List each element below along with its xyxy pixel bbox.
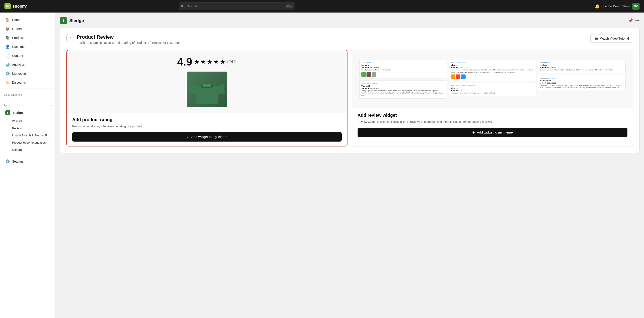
watch-video-label: Watch Video Tutorial: [600, 37, 629, 40]
review-card-vicki: About White Leather Sneakers Vicki G. ★★…: [449, 83, 536, 96]
settings-icon: ⚙️: [5, 159, 10, 164]
review-widget-card: About Puffer Renee P. ★★★★★ 03/21/2023 G…: [352, 50, 633, 146]
sidebar-divider: [0, 88, 55, 89]
star-3: ★: [207, 58, 212, 66]
review-widget-desc: Review widget is used to display a list …: [358, 120, 628, 124]
review-stars-2: ★★★★★ 03/21/2023: [361, 88, 445, 90]
review-about-4: About White Leather Sneakers: [451, 85, 534, 87]
review-card-renee: About Puffer Renee P. ★★★★★ 03/21/2023 G…: [359, 60, 447, 78]
sweater-svg: [189, 74, 225, 105]
review-col-2: About Men's T-shirt Alex D. ★★★★★ 03/21/…: [449, 60, 536, 98]
review-name-6: Samantha S.: [540, 80, 624, 82]
sales-channels-section[interactable]: Sales channels ›: [0, 90, 55, 97]
add-widget-label-2: Add widget to my theme: [477, 130, 513, 134]
review-stars-3: ★★★★★ 03/21/2023: [451, 67, 534, 69]
notifications-button[interactable]: 🔔: [595, 4, 600, 9]
sidebar-divider-2: [0, 99, 55, 99]
content-icon: 📄: [5, 54, 10, 58]
review-card-alex: About Men's T-shirt Alex D. ★★★★★ 03/21/…: [449, 60, 536, 81]
review-product-link-5: Puffer: [545, 62, 550, 64]
review-about-5: About Puffer: [540, 62, 624, 64]
search-bar: 🔍 ⌘ K: [179, 2, 295, 10]
review-text-3: I am so glad I discovered this product l…: [451, 69, 534, 74]
sidebar-item-products[interactable]: 🛍️ Products: [2, 33, 54, 42]
sidebar-item-label: Customers: [12, 45, 27, 48]
marketing-icon: ⚙️: [5, 71, 10, 76]
products-icon: 🛍️: [5, 36, 10, 40]
add-widget-button-1[interactable]: ⊕ Add widget to my theme: [72, 132, 342, 142]
review-name-5: Sally O.: [540, 64, 624, 66]
sidebar-sub-item-instant-search[interactable]: Instant Search & Product F...: [2, 132, 54, 139]
sidebar-sub-item-general[interactable]: General: [2, 146, 54, 153]
review-text-6: Not kidding! I tried multiple weeks. I c…: [540, 84, 624, 89]
sales-channels-label: Sales channels: [4, 93, 22, 96]
sidebar-item-label: Settings: [12, 160, 24, 163]
app-title: Sledge: [69, 18, 84, 23]
back-button[interactable]: ‹: [66, 34, 74, 42]
widget-name: Add product rating: [72, 117, 342, 122]
search-keyboard-shortcut: ⌘ K: [285, 4, 292, 8]
sidebar-item-home[interactable]: 🏠 Home: [2, 16, 54, 24]
product-rating-card: 4.9 ★ ★ ★ ★ ★ (241): [66, 50, 348, 146]
shopify-logo[interactable]: 🛍 shopify: [4, 3, 27, 10]
widget-desc: Product rating displays the average rati…: [72, 124, 342, 128]
review-img-4: [451, 74, 455, 79]
avatar[interactable]: SDS: [632, 3, 640, 10]
sidebar-item-settings[interactable]: ⚙️ Settings: [2, 157, 54, 166]
star-4: ★: [213, 58, 219, 66]
sidebar-item-analytics[interactable]: 📊 Analytics: [2, 60, 54, 69]
sidebar-item-content[interactable]: 📄 Content: [2, 51, 54, 60]
review-card-sally: About Puffer Sally O. ★★★★★ 03/21/2023 L…: [538, 60, 626, 73]
review-img-2: [366, 72, 371, 77]
review-text-4: I loveeee this eye serum. Keeps my eyes …: [451, 92, 534, 94]
review-text-5: Love your serum. It's very light and eff…: [540, 69, 624, 71]
sidebar-item-sledge[interactable]: S Sledge: [2, 108, 54, 118]
pin-button[interactable]: 📌: [628, 18, 633, 23]
app-header-right: 📌 •••: [628, 18, 640, 23]
sidebar-divider-3: [0, 155, 55, 155]
review-count: (241): [227, 60, 236, 64]
apps-section[interactable]: Apps ›: [0, 101, 55, 108]
review-name-2: Yoshie K.: [361, 85, 445, 87]
layout: 🏠 Home 📦 Orders 🛍️ Products 👤 Customers …: [0, 12, 644, 318]
star-5: ★: [220, 58, 226, 66]
review-text: Great product and smells wonderful!: [361, 69, 445, 71]
watch-video-button[interactable]: 🎬 Watch Video Tutorial: [590, 34, 633, 43]
star-2: ★: [200, 58, 206, 66]
analytics-icon: 📊: [5, 62, 10, 67]
video-icon: 🎬: [594, 37, 598, 40]
add-widget-button-2[interactable]: ⊕ Add widget to my theme: [358, 128, 628, 137]
sidebar-sub-item-product-recommendation[interactable]: Product Recommendation: [2, 139, 54, 146]
store-name: Sledge Demo Store: [602, 4, 630, 8]
topbar-right: 🔔 Sledge Demo Store SDS: [595, 3, 640, 10]
review-name-3: Alex D.: [451, 64, 534, 66]
review-stars-6: ★★★★ 03/21/2023: [540, 82, 624, 84]
home-icon: 🏠: [5, 18, 10, 22]
apps-label: Apps: [4, 104, 10, 107]
sidebar-sub-item-wishlist[interactable]: Wishlist: [2, 118, 54, 124]
section-desc: Facilitate seamless access and sharing o…: [77, 41, 182, 44]
add-widget-label-1: Add widget to my theme: [192, 135, 228, 139]
sidebar-item-label: Home: [12, 18, 20, 22]
sidebar-item-customers[interactable]: 👤 Customers: [2, 42, 54, 51]
sidebar-item-label: Marketing: [12, 72, 26, 75]
sidebar-item-discounts[interactable]: 🏷️ Discounts: [2, 78, 54, 87]
review-card-yoshie: About Men's T-shirt Yoshie K. ★★★★★ 03/2…: [359, 80, 447, 98]
review-col-3: About Puffer Sally O. ★★★★★ 03/21/2023 L…: [538, 60, 626, 98]
review-about: About Puffer: [361, 62, 445, 64]
content-card: ‹ Product Review Facilitate seamless acc…: [60, 28, 640, 153]
app-header-left: S Sledge: [60, 17, 84, 24]
review-img-3: [372, 72, 376, 77]
sidebar-item-marketing[interactable]: ⚙️ Marketing: [2, 69, 54, 78]
more-options-button[interactable]: •••: [635, 18, 640, 23]
product-rating-preview: 4.9 ★ ★ ★ ★ ★ (241): [67, 50, 347, 113]
sidebar-item-label: Discounts: [12, 81, 26, 84]
sidebar-sub-item-review[interactable]: Review: [2, 125, 54, 132]
orders-icon: 📦: [5, 26, 10, 31]
sidebar-item-orders[interactable]: 📦 Orders: [2, 24, 54, 33]
review-text-2: Today, I got my second earthSea soap. It…: [361, 90, 445, 96]
review-name-4: Vicki G.: [451, 87, 534, 90]
search-input[interactable]: [179, 2, 295, 10]
customers-icon: 👤: [5, 44, 10, 49]
sidebar: 🏠 Home 📦 Orders 🛍️ Products 👤 Customers …: [0, 12, 56, 318]
